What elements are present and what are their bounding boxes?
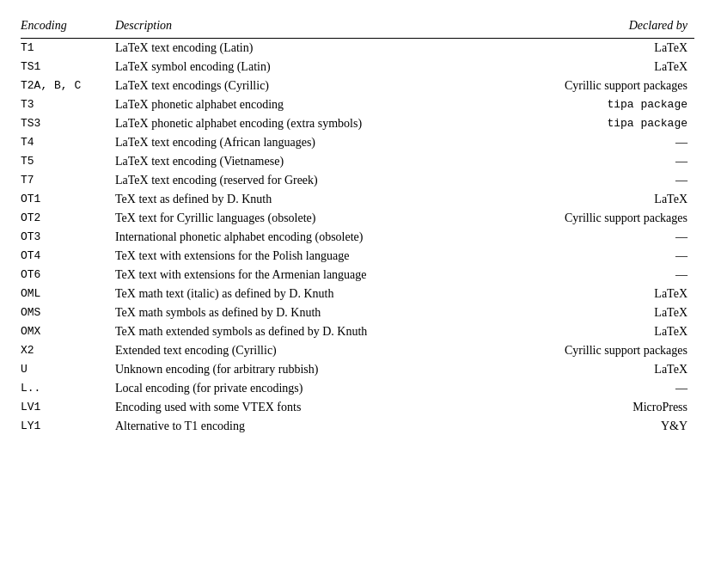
declared-by-cell: — — [463, 152, 694, 171]
description-cell: TeX text as defined by D. Knuth — [115, 190, 463, 209]
description-cell: Encoding used with some VTEX fonts — [115, 398, 463, 417]
encoding-cell: OT1 — [21, 190, 115, 209]
encoding-cell: LV1 — [21, 398, 115, 417]
table-row: OT3International phonetic alphabet encod… — [21, 228, 694, 247]
table-row: LV1Encoding used with some VTEX fontsMic… — [21, 398, 694, 417]
encoding-cell: T3 — [21, 95, 115, 114]
description-cell: LaTeX text encoding (reserved for Greek) — [115, 171, 463, 190]
table-row: T3LaTeX phonetic alphabet encodingtipa p… — [21, 95, 694, 114]
encoding-cell: T2A, B, C — [21, 77, 115, 95]
encoding-cell: L.. — [21, 379, 115, 398]
col-header-declared-by: Declared by — [463, 17, 694, 39]
encoding-cell: X2 — [21, 341, 115, 360]
declared-by-cell: Cyrillic support packages — [463, 77, 694, 95]
description-cell: Extended text encoding (Cyrillic) — [115, 341, 463, 360]
description-cell: Alternative to T1 encoding — [115, 417, 463, 436]
declared-by-cell: LaTeX — [463, 39, 694, 58]
declared-by-cell: — — [463, 228, 694, 247]
table-row: OT4TeX text with extensions for the Poli… — [21, 247, 694, 266]
description-cell: LaTeX text encodings (Cyrillic) — [115, 77, 463, 95]
col-header-description: Description — [115, 17, 463, 39]
encoding-cell: T1 — [21, 39, 115, 58]
declared-by-cell: — — [463, 171, 694, 190]
encoding-cell: U — [21, 360, 115, 379]
table-row: OT1TeX text as defined by D. KnuthLaTeX — [21, 190, 694, 209]
table-row: OMLTeX math text (italic) as defined by … — [21, 285, 694, 303]
col-header-encoding: Encoding — [21, 17, 115, 39]
description-cell: LaTeX text encoding (Vietnamese) — [115, 152, 463, 171]
table-row: T5LaTeX text encoding (Vietnamese)— — [21, 152, 694, 171]
table-row: TS1LaTeX symbol encoding (Latin)LaTeX — [21, 58, 694, 77]
declared-by-cell: — — [463, 266, 694, 285]
encoding-cell: OMS — [21, 303, 115, 322]
encoding-cell: OT6 — [21, 266, 115, 285]
encoding-cell: TS1 — [21, 58, 115, 77]
declared-by-cell: LaTeX — [463, 58, 694, 77]
encoding-table: Encoding Description Declared by T1LaTeX… — [21, 17, 694, 436]
description-cell: LaTeX symbol encoding (Latin) — [115, 58, 463, 77]
table-row: TS3LaTeX phonetic alphabet encoding (ext… — [21, 114, 694, 133]
description-cell: LaTeX text encoding (Latin) — [115, 39, 463, 58]
declared-by-cell: — — [463, 133, 694, 152]
declared-by-cell: Y&Y — [463, 417, 694, 436]
table-row: T7LaTeX text encoding (reserved for Gree… — [21, 171, 694, 190]
table-row: L..Local encoding (for private encodings… — [21, 379, 694, 398]
description-cell: Local encoding (for private encodings) — [115, 379, 463, 398]
declared-by-cell: LaTeX — [463, 285, 694, 303]
encoding-cell: OT4 — [21, 247, 115, 266]
declared-by-cell: MicroPress — [463, 398, 694, 417]
table-row: X2Extended text encoding (Cyrillic)Cyril… — [21, 341, 694, 360]
declared-by-cell: LaTeX — [463, 303, 694, 322]
table-row: OT2TeX text for Cyrillic languages (obso… — [21, 209, 694, 228]
declared-by-cell: tipa package — [463, 114, 694, 133]
encoding-cell: OMX — [21, 322, 115, 341]
declared-by-cell: LaTeX — [463, 360, 694, 379]
encoding-cell: T5 — [21, 152, 115, 171]
description-cell: TeX math symbols as defined by D. Knuth — [115, 303, 463, 322]
declared-by-cell: — — [463, 247, 694, 266]
description-cell: International phonetic alphabet encoding… — [115, 228, 463, 247]
declared-by-cell: LaTeX — [463, 190, 694, 209]
table-row: OMXTeX math extended symbols as defined … — [21, 322, 694, 341]
description-cell: TeX text with extensions for the Polish … — [115, 247, 463, 266]
description-cell: TeX math extended symbols as defined by … — [115, 322, 463, 341]
table-row: T2A, B, CLaTeX text encodings (Cyrillic)… — [21, 77, 694, 95]
description-cell: TeX text for Cyrillic languages (obsolet… — [115, 209, 463, 228]
table-row: UUnknown encoding (for arbitrary rubbish… — [21, 360, 694, 379]
description-cell: TeX math text (italic) as defined by D. … — [115, 285, 463, 303]
description-cell: TeX text with extensions for the Armenia… — [115, 266, 463, 285]
encoding-cell: T4 — [21, 133, 115, 152]
declared-by-cell: LaTeX — [463, 322, 694, 341]
encoding-cell: OT2 — [21, 209, 115, 228]
encoding-cell: T7 — [21, 171, 115, 190]
table-row: T4LaTeX text encoding (African languages… — [21, 133, 694, 152]
declared-by-cell: tipa package — [463, 95, 694, 114]
declared-by-cell: — — [463, 379, 694, 398]
encoding-cell: OML — [21, 285, 115, 303]
description-cell: LaTeX phonetic alphabet encoding (extra … — [115, 114, 463, 133]
encoding-cell: OT3 — [21, 228, 115, 247]
table-row: T1LaTeX text encoding (Latin)LaTeX — [21, 39, 694, 58]
encoding-cell: TS3 — [21, 114, 115, 133]
declared-by-cell: Cyrillic support packages — [463, 341, 694, 360]
table-row: OMSTeX math symbols as defined by D. Knu… — [21, 303, 694, 322]
table-row: LY1Alternative to T1 encodingY&Y — [21, 417, 694, 436]
description-cell: Unknown encoding (for arbitrary rubbish) — [115, 360, 463, 379]
declared-by-cell: Cyrillic support packages — [463, 209, 694, 228]
description-cell: LaTeX phonetic alphabet encoding — [115, 95, 463, 114]
description-cell: LaTeX text encoding (African languages) — [115, 133, 463, 152]
encoding-cell: LY1 — [21, 417, 115, 436]
table-row: OT6TeX text with extensions for the Arme… — [21, 266, 694, 285]
